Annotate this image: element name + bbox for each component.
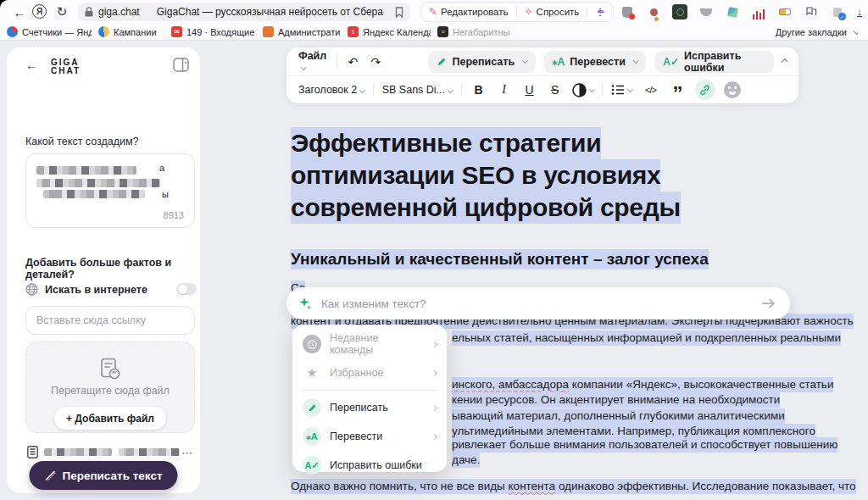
textarea-fragment: ы <box>162 189 169 199</box>
textarea-fragment: а <box>159 163 164 173</box>
menu-item-fix-errors[interactable]: A✓ Исправить ошибки <box>292 451 447 480</box>
doc-paragraph-line[interactable]: ривлекает больше внимания пользователей … <box>452 437 837 453</box>
rewrite-label: Переписать <box>452 56 515 68</box>
doc-h1-line[interactable]: современной цифровой среды <box>291 192 681 224</box>
chevron-down-icon <box>522 58 527 63</box>
font-family-value: SB Sans Di... <box>382 84 445 96</box>
rewrite-text-cta-button[interactable]: Переписать текст <box>29 461 177 490</box>
redacted-text <box>119 448 180 456</box>
fix-errors-label: Исправить ошибки <box>684 50 765 74</box>
translate-button[interactable]: ⁎AПеревести <box>544 51 647 73</box>
translate-icon: ⁎A <box>553 56 565 68</box>
doc-paragraph-line[interactable]: Однако важно помнить, что не все виды ко… <box>291 479 856 494</box>
menu-item-label: Переписать <box>330 402 424 414</box>
code-button[interactable]: </> <box>641 85 661 95</box>
menu-item-label: Недавние команды <box>330 332 424 356</box>
file-icon <box>99 358 121 381</box>
chevron-right-icon <box>431 369 437 375</box>
menu-item-rewrite[interactable]: Переписать <box>292 393 447 422</box>
prompt-textarea[interactable]: а ы 8913 <box>25 153 195 228</box>
bullet-list-icon <box>611 84 625 96</box>
color-circle-icon <box>572 83 587 97</box>
strikethrough-button[interactable]: S <box>547 83 564 97</box>
link-icon <box>699 85 710 96</box>
doc-text: элементами. Например, публикация комплек… <box>542 425 815 437</box>
sidebar-back-button[interactable]: ← <box>25 58 38 72</box>
list-button[interactable] <box>611 84 632 96</box>
fix-errors-button[interactable]: A✓Исправить ошибки <box>654 51 773 73</box>
doc-h1-line[interactable]: оптимизации SEO в условиях <box>291 159 660 192</box>
clock-icon <box>303 335 321 353</box>
doc-paragraph-line[interactable]: ывающий материал, дополненный глубокими … <box>452 408 785 424</box>
rewrite-button[interactable]: Переписать <box>428 51 535 73</box>
toggle-knob <box>178 285 187 294</box>
pen-icon <box>437 57 447 67</box>
menu-divider <box>301 390 438 391</box>
prompt-input[interactable] <box>320 297 748 311</box>
facts-label: Добавить больше фактов и деталей? <box>25 257 200 281</box>
redo-button[interactable]: ↷ <box>369 55 383 69</box>
file-menu-label: Файл <box>298 50 326 62</box>
link-button[interactable] <box>695 80 715 100</box>
globe-icon <box>25 283 38 296</box>
text-color-button[interactable] <box>572 83 594 97</box>
fix-errors-icon: A✓ <box>663 56 679 68</box>
magic-pen-icon <box>44 469 56 481</box>
file-more-button[interactable]: ⋯ <box>181 447 193 459</box>
doc-paragraph-line[interactable]: инского, амбассадора компании «Яндекс», … <box>452 377 833 392</box>
divider <box>602 83 603 97</box>
menu-item-label: Исправить ошибки <box>330 459 437 471</box>
add-file-button[interactable]: + Добавить файл <box>54 407 166 430</box>
misspelled-text: ультимедийными <box>452 425 542 437</box>
menu-item-label: Избранное <box>330 367 424 379</box>
undo-button[interactable]: ↶ <box>346 55 360 69</box>
underline-button[interactable]: U <box>521 83 538 97</box>
star-icon: ★ <box>303 365 321 381</box>
chevron-down-icon <box>627 86 632 92</box>
file-dropzone[interactable]: Перетащите сюда файл + Добавить файл <box>25 342 195 433</box>
cta-label: Переписать текст <box>62 469 162 482</box>
misspelled-text: инского, амбассадора <box>452 378 569 391</box>
collapse-toolbar-button[interactable] <box>781 58 787 65</box>
doc-paragraph-line[interactable]: даче. <box>452 453 480 468</box>
browser-window: ← Я ↻ giga.chat GigaChat — русскоязычная… <box>0 0 868 500</box>
attached-file-row[interactable]: ⋯ <box>27 446 193 459</box>
doc-h1-line[interactable]: Эффективные стратегии <box>291 127 601 159</box>
menu-item-translate[interactable]: ⁎A Перевести <box>292 422 447 451</box>
question-label: Какой текст создадим? <box>25 136 139 147</box>
file-menu-button[interactable]: Файл <box>298 50 328 74</box>
logo-line: CHAT <box>51 67 81 75</box>
emoji-button[interactable] <box>724 81 741 98</box>
italic-button[interactable]: I <box>496 83 513 97</box>
redacted-text <box>36 179 160 187</box>
misspelled-text: контента <box>509 480 556 492</box>
doc-text: одинаково эффективны. Исследование показ… <box>555 480 856 492</box>
link-input[interactable] <box>25 306 195 335</box>
char-counter: 8913 <box>164 210 184 220</box>
quote-button[interactable]: ” <box>670 83 687 97</box>
doc-text: компании «Яндекс», высококачественные ст… <box>569 378 834 391</box>
redacted-text <box>43 190 145 198</box>
heading-style-value: Заголовок 2 <box>298 84 357 96</box>
bold-button[interactable]: B <box>470 83 487 97</box>
menu-item-recent[interactable]: Недавние команды <box>292 330 447 358</box>
menu-item-favorites[interactable]: ★ Избранное <box>292 358 447 387</box>
web-search-toggle[interactable] <box>176 283 197 295</box>
divider <box>373 83 374 97</box>
gigachat-logo: GIGACHAT <box>51 58 81 75</box>
font-family-select[interactable]: SB Sans Di... <box>382 84 453 96</box>
rewrite-pen-icon <box>303 398 321 417</box>
divider <box>337 55 337 69</box>
translate-label: Перевести <box>570 56 626 68</box>
menu-item-label: Перевести <box>330 431 424 442</box>
doc-h2[interactable]: Уникальный и качественный контент – зало… <box>291 249 709 269</box>
doc-paragraph-line[interactable]: ельных статей, насыщенных информацией и … <box>452 331 841 346</box>
fix-errors-icon: A✓ <box>303 456 321 475</box>
send-button[interactable] <box>756 291 782 316</box>
redacted-text <box>44 448 112 456</box>
web-search-row: Искать в интернете <box>25 283 147 296</box>
collapse-panel-icon[interactable] <box>173 58 189 72</box>
doc-paragraph-line[interactable]: кении ресурсов. Он акцентирует внимание … <box>452 392 780 408</box>
heading-style-select[interactable]: Заголовок 2 <box>298 84 364 96</box>
chevron-down-icon <box>301 64 306 69</box>
